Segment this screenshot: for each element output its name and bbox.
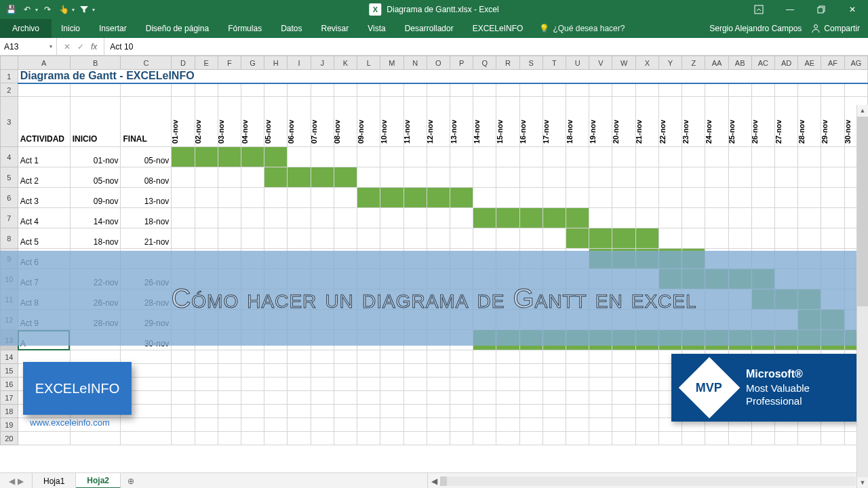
header-date-11[interactable]: 11-nov bbox=[403, 97, 427, 147]
gantt-cell[interactable] bbox=[172, 188, 195, 208]
header-date-6[interactable]: 06-nov bbox=[288, 97, 311, 147]
col-header-U[interactable]: U bbox=[566, 56, 589, 70]
gantt-cell[interactable] bbox=[635, 167, 658, 188]
cell-start-8[interactable]: 18-nov bbox=[70, 228, 121, 249]
gantt-cell[interactable] bbox=[682, 167, 705, 188]
tab-desarrollador[interactable]: Desarrollador bbox=[395, 19, 463, 38]
gantt-cell[interactable] bbox=[288, 147, 311, 167]
tab-formulas[interactable]: Fórmulas bbox=[218, 19, 271, 38]
gantt-cell[interactable] bbox=[775, 188, 798, 208]
col-header-W[interactable]: W bbox=[612, 56, 635, 70]
tab-insertar[interactable]: Insertar bbox=[90, 19, 136, 38]
gantt-cell[interactable] bbox=[380, 147, 403, 167]
header-date-15[interactable]: 15-nov bbox=[496, 97, 519, 147]
col-header-T[interactable]: T bbox=[542, 56, 566, 70]
header-date-3[interactable]: 03-nov bbox=[218, 97, 241, 147]
gantt-cell[interactable] bbox=[380, 228, 403, 249]
gantt-cell[interactable] bbox=[612, 228, 635, 249]
gantt-cell[interactable] bbox=[288, 188, 311, 208]
header-date-24[interactable]: 24-nov bbox=[705, 97, 728, 147]
gantt-cell[interactable] bbox=[682, 147, 705, 167]
gantt-cell[interactable] bbox=[172, 228, 195, 249]
gantt-cell[interactable] bbox=[682, 188, 705, 208]
cell-end-4[interactable]: 05-nov bbox=[121, 147, 172, 167]
gantt-cell[interactable] bbox=[821, 188, 844, 208]
gantt-cell[interactable] bbox=[311, 228, 334, 249]
tab-revisar[interactable]: Revisar bbox=[312, 19, 359, 38]
gantt-cell[interactable] bbox=[218, 228, 241, 249]
gantt-cell[interactable] bbox=[705, 228, 728, 249]
tab-inicio[interactable]: Inicio bbox=[52, 19, 90, 38]
col-header-AF[interactable]: AF bbox=[821, 56, 844, 70]
gantt-cell[interactable] bbox=[635, 188, 658, 208]
gantt-cell[interactable] bbox=[821, 208, 844, 228]
tab-archivo[interactable]: Archivo bbox=[0, 19, 52, 38]
header-date-20[interactable]: 20-nov bbox=[612, 97, 635, 147]
gantt-cell[interactable] bbox=[473, 228, 496, 249]
col-header-I[interactable]: I bbox=[288, 56, 311, 70]
gantt-cell[interactable] bbox=[496, 188, 519, 208]
user-name[interactable]: Sergio Alejandro Campos bbox=[709, 24, 802, 33]
col-header-G[interactable]: G bbox=[241, 56, 264, 70]
col-header-Q[interactable]: Q bbox=[473, 56, 496, 70]
gantt-cell[interactable] bbox=[658, 188, 682, 208]
gantt-cell[interactable] bbox=[450, 208, 473, 228]
cell-activity-7[interactable]: Act 4 bbox=[18, 208, 70, 228]
gantt-cell[interactable] bbox=[311, 167, 334, 188]
undo-icon[interactable]: ↶ bbox=[20, 3, 34, 16]
gantt-cell[interactable] bbox=[288, 228, 311, 249]
col-header-E[interactable]: E bbox=[195, 56, 218, 70]
gantt-cell[interactable] bbox=[775, 208, 798, 228]
gantt-cell[interactable] bbox=[775, 147, 798, 167]
vscroll-thumb[interactable] bbox=[857, 117, 868, 306]
gantt-cell[interactable] bbox=[195, 208, 218, 228]
cell-start-7[interactable]: 14-nov bbox=[70, 208, 121, 228]
gantt-cell[interactable] bbox=[357, 228, 380, 249]
gantt-cell[interactable] bbox=[172, 167, 195, 188]
gantt-cell[interactable] bbox=[288, 208, 311, 228]
col-header-AG[interactable]: AG bbox=[844, 56, 867, 70]
gantt-cell[interactable] bbox=[288, 167, 311, 188]
col-header-J[interactable]: J bbox=[311, 56, 334, 70]
gantt-cell[interactable] bbox=[751, 228, 774, 249]
spreadsheet-grid[interactable]: ABCDEFGHIJKLMNOPQRSTUVWXYZAAABACADAEAFAG… bbox=[0, 56, 868, 472]
redo-icon[interactable]: ↷ bbox=[41, 3, 54, 16]
minimize-button[interactable]: — bbox=[774, 0, 806, 19]
tab-diseno[interactable]: Diseño de página bbox=[136, 19, 218, 38]
gantt-cell[interactable] bbox=[589, 167, 612, 188]
gantt-cell[interactable] bbox=[496, 147, 519, 167]
vertical-scrollbar[interactable]: ▲ ▼ bbox=[856, 105, 868, 488]
col-header-V[interactable]: V bbox=[589, 56, 612, 70]
gantt-cell[interactable] bbox=[612, 188, 635, 208]
gantt-cell[interactable] bbox=[635, 147, 658, 167]
gantt-cell[interactable] bbox=[542, 147, 566, 167]
gantt-cell[interactable] bbox=[172, 147, 195, 167]
col-header-L[interactable]: L bbox=[357, 56, 380, 70]
header-date-10[interactable]: 10-nov bbox=[380, 97, 403, 147]
chevron-down-icon[interactable]: ▾ bbox=[50, 43, 52, 49]
gantt-cell[interactable] bbox=[473, 188, 496, 208]
scroll-down-icon[interactable]: ▼ bbox=[857, 477, 868, 488]
gantt-cell[interactable] bbox=[473, 147, 496, 167]
cell-start-6[interactable]: 09-nov bbox=[70, 188, 121, 208]
col-header-N[interactable]: N bbox=[403, 56, 427, 70]
header-date-14[interactable]: 14-nov bbox=[473, 97, 496, 147]
col-header-O[interactable]: O bbox=[427, 56, 450, 70]
gantt-cell[interactable] bbox=[264, 188, 288, 208]
gantt-cell[interactable] bbox=[728, 188, 751, 208]
header-date-27[interactable]: 27-nov bbox=[775, 97, 798, 147]
horizontal-scrollbar[interactable]: ◀ ▶ bbox=[427, 473, 868, 488]
gantt-cell[interactable] bbox=[519, 147, 542, 167]
gantt-cell[interactable] bbox=[542, 228, 566, 249]
save-icon[interactable]: 💾 bbox=[4, 3, 18, 16]
gantt-cell[interactable] bbox=[682, 208, 705, 228]
gantt-cell[interactable] bbox=[705, 147, 728, 167]
gantt-cell[interactable] bbox=[403, 188, 427, 208]
gantt-cell[interactable] bbox=[682, 228, 705, 249]
gantt-cell[interactable] bbox=[798, 147, 821, 167]
gantt-cell[interactable] bbox=[427, 228, 450, 249]
scroll-up-icon[interactable]: ▲ bbox=[857, 105, 868, 117]
cancel-formula-icon[interactable]: ✕ bbox=[64, 42, 71, 52]
share-button[interactable]: Compartir bbox=[811, 24, 860, 33]
gantt-cell[interactable] bbox=[357, 147, 380, 167]
